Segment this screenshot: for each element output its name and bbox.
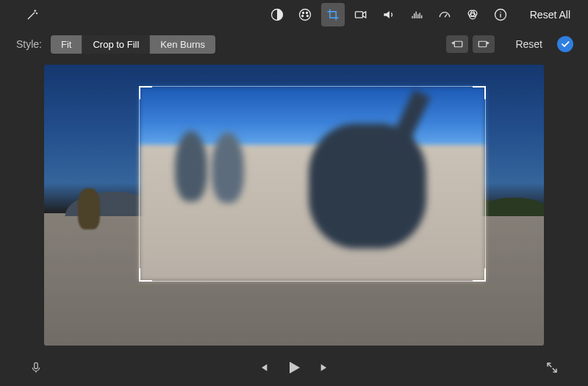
reset-all-button[interactable]: Reset All [530,9,570,21]
style-option-ken-burns[interactable]: Ken Burns [150,35,215,54]
contrast-icon[interactable] [265,3,289,26]
speed-gauge-icon[interactable] [433,3,456,26]
rotate-ccw-button[interactable] [446,35,468,53]
svg-rect-11 [455,41,463,47]
svg-point-2 [302,12,304,14]
preview-figure [175,131,207,201]
play-button[interactable] [285,359,303,376]
fullscreen-button[interactable] [545,361,559,374]
crop-handle-bottom-right[interactable] [473,268,486,282]
crop-handle-bottom-left[interactable] [139,268,152,282]
volume-icon[interactable] [377,3,401,26]
magic-wand-icon[interactable] [21,3,44,26]
info-icon[interactable] [489,3,512,26]
svg-rect-13 [35,362,38,368]
color-balance-icon[interactable] [461,3,484,26]
rotate-cw-button[interactable] [473,35,495,53]
style-label: Style: [16,38,42,50]
style-option-crop-to-fill[interactable]: Crop to Fill [82,35,150,54]
svg-rect-12 [479,41,487,47]
equalizer-icon[interactable] [405,3,429,26]
prev-frame-button[interactable] [257,362,269,374]
rotate-group [446,35,495,53]
playback-row [0,349,588,386]
video-preview[interactable] [44,65,544,346]
apply-button[interactable] [557,36,573,52]
svg-point-1 [299,10,310,21]
style-option-fit[interactable]: Fit [51,35,82,54]
svg-point-4 [306,15,308,17]
crop-handle-top-left[interactable] [139,86,152,99]
color-palette-icon[interactable] [293,3,317,26]
next-frame-button[interactable] [319,362,331,374]
inspector-toolbar: Reset All [0,0,588,29]
crop-icon[interactable] [321,3,345,26]
camera-icon[interactable] [349,3,373,26]
svg-rect-6 [355,12,362,18]
style-segmented-control: Fit Crop to Fill Ken Burns [51,35,215,54]
preview-figure [212,132,244,203]
svg-point-5 [301,15,303,17]
crop-style-row: Style: Fit Crop to Fill Ken Burns Reset [0,29,588,59]
svg-point-3 [306,12,307,14]
crop-handle-top-right[interactable] [473,86,486,99]
crop-selection[interactable] [140,87,485,281]
voiceover-mic-button[interactable] [29,360,43,376]
reset-button[interactable]: Reset [515,38,542,50]
